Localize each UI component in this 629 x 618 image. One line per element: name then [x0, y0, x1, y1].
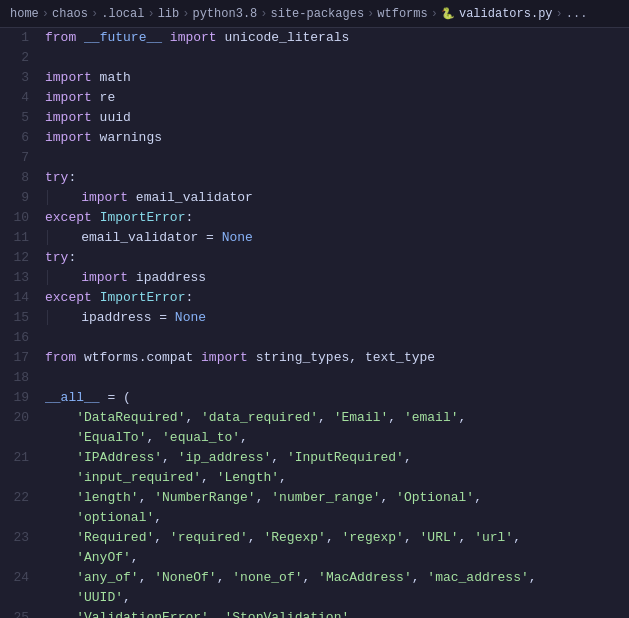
code-line-wrap: 'optional', — [0, 508, 629, 528]
breadcrumb-home[interactable]: home — [10, 7, 39, 21]
line-content: import re — [45, 88, 629, 108]
code-line: 25 'ValidationError', 'StopValidation' — [0, 608, 629, 618]
code-line: 8try: — [0, 168, 629, 188]
code-line-wrap: 'UUID', — [0, 588, 629, 608]
line-number: 24 — [0, 568, 45, 588]
code-line: 6import warnings — [0, 128, 629, 148]
breadcrumb-site-packages[interactable]: site-packages — [270, 7, 364, 21]
line-content: email_validator = None — [45, 228, 629, 248]
line-number: 22 — [0, 488, 45, 508]
line-content: import warnings — [45, 128, 629, 148]
line-number: 16 — [0, 328, 45, 348]
line-content: from wtforms.compat import string_types,… — [45, 348, 629, 368]
line-content: import math — [45, 68, 629, 88]
line-number: 25 — [0, 608, 45, 618]
code-line: 15 ipaddress = None — [0, 308, 629, 328]
code-line: 14except ImportError: — [0, 288, 629, 308]
line-content-wrap: 'EqualTo', 'equal_to', — [45, 428, 629, 448]
line-number: 23 — [0, 528, 45, 548]
line-content: 'IPAddress', 'ip_address', 'InputRequire… — [45, 448, 629, 468]
breadcrumb-lib[interactable]: lib — [158, 7, 180, 21]
breadcrumb-ellipsis: ... — [566, 7, 588, 21]
code-line: 9 import email_validator — [0, 188, 629, 208]
line-number: 5 — [0, 108, 45, 128]
line-number: 7 — [0, 148, 45, 168]
line-number: 10 — [0, 208, 45, 228]
line-number: 11 — [0, 228, 45, 248]
line-content-wrap: 'optional', — [45, 508, 629, 528]
code-line: 5import uuid — [0, 108, 629, 128]
code-line: 2 — [0, 48, 629, 68]
breadcrumb: home › chaos › .local › lib › python3.8 … — [0, 0, 629, 28]
code-line-wrap: 'AnyOf', — [0, 548, 629, 568]
line-number: 12 — [0, 248, 45, 268]
code-line: 24 'any_of', 'NoneOf', 'none_of', 'MacAd… — [0, 568, 629, 588]
line-content: __all__ = ( — [45, 388, 629, 408]
line-content: import ipaddress — [45, 268, 629, 288]
line-number: 13 — [0, 268, 45, 288]
line-number: 14 — [0, 288, 45, 308]
code-line: 23 'Required', 'required', 'Regexp', 're… — [0, 528, 629, 548]
code-line: 3import math — [0, 68, 629, 88]
code-line: 18 — [0, 368, 629, 388]
line-content: 'any_of', 'NoneOf', 'none_of', 'MacAddre… — [45, 568, 629, 588]
line-number: 6 — [0, 128, 45, 148]
code-line: 11 email_validator = None — [0, 228, 629, 248]
line-content-wrap: 'input_required', 'Length', — [45, 468, 629, 488]
code-line: 4import re — [0, 88, 629, 108]
line-number: 19 — [0, 388, 45, 408]
code-line: 7 — [0, 148, 629, 168]
code-line: 12try: — [0, 248, 629, 268]
breadcrumb-local[interactable]: .local — [101, 7, 144, 21]
code-line: 13 import ipaddress — [0, 268, 629, 288]
line-number: 1 — [0, 28, 45, 48]
code-line: 21 'IPAddress', 'ip_address', 'InputRequ… — [0, 448, 629, 468]
breadcrumb-chaos[interactable]: chaos — [52, 7, 88, 21]
line-number: 18 — [0, 368, 45, 388]
line-content: 'Required', 'required', 'Regexp', 'regex… — [45, 528, 629, 548]
code-line-wrap: 'EqualTo', 'equal_to', — [0, 428, 629, 448]
line-content: try: — [45, 168, 629, 188]
line-number: 15 — [0, 308, 45, 328]
line-number: 2 — [0, 48, 45, 68]
line-content: except ImportError: — [45, 208, 629, 228]
line-content-wrap: 'AnyOf', — [45, 548, 629, 568]
line-content: 'length', 'NumberRange', 'number_range',… — [45, 488, 629, 508]
line-number: 3 — [0, 68, 45, 88]
line-content: 'DataRequired', 'data_required', 'Email'… — [45, 408, 629, 428]
line-number: 20 — [0, 408, 45, 428]
code-editor: 1from __future__ import unicode_literals… — [0, 28, 629, 618]
code-line: 17from wtforms.compat import string_type… — [0, 348, 629, 368]
breadcrumb-file[interactable]: 🐍 validators.py — [441, 7, 553, 21]
code-line-wrap: 'input_required', 'Length', — [0, 468, 629, 488]
breadcrumb-python[interactable]: python3.8 — [192, 7, 257, 21]
code-line: 20 'DataRequired', 'data_required', 'Ema… — [0, 408, 629, 428]
line-content: try: — [45, 248, 629, 268]
line-number: 4 — [0, 88, 45, 108]
code-line: 19__all__ = ( — [0, 388, 629, 408]
line-number: 21 — [0, 448, 45, 468]
line-content: 'ValidationError', 'StopValidation' — [45, 608, 629, 618]
line-content: ipaddress = None — [45, 308, 629, 328]
file-icon: 🐍 — [441, 7, 455, 20]
line-content-wrap: 'UUID', — [45, 588, 629, 608]
breadcrumb-wtforms[interactable]: wtforms — [377, 7, 427, 21]
code-line: 16 — [0, 328, 629, 348]
line-content: except ImportError: — [45, 288, 629, 308]
code-line: 22 'length', 'NumberRange', 'number_rang… — [0, 488, 629, 508]
code-line: 10except ImportError: — [0, 208, 629, 228]
line-content: import uuid — [45, 108, 629, 128]
code-line: 1from __future__ import unicode_literals — [0, 28, 629, 48]
line-content: from __future__ import unicode_literals — [45, 28, 629, 48]
line-content: import email_validator — [45, 188, 629, 208]
line-number: 8 — [0, 168, 45, 188]
line-number: 17 — [0, 348, 45, 368]
line-number: 9 — [0, 188, 45, 208]
